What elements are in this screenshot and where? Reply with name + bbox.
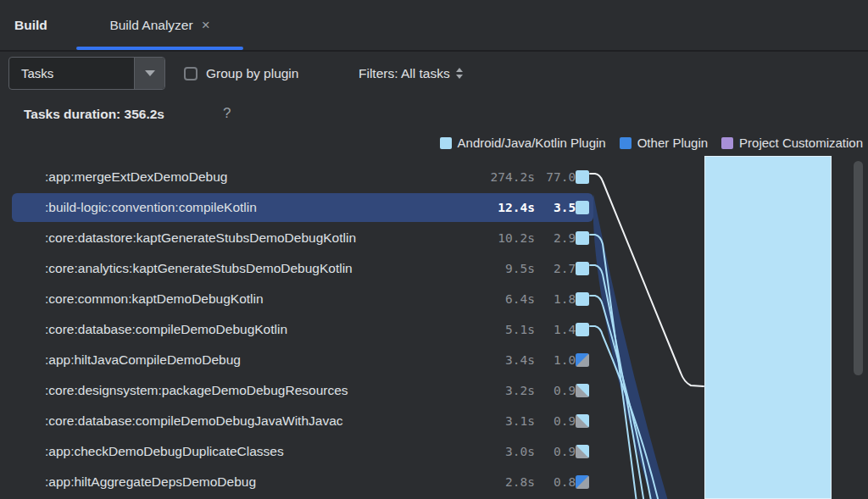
task-name: :app:hiltAggregateDepsDemoDebug (45, 467, 256, 497)
task-row[interactable]: :app:checkDemoDebugDuplicateClasses3.0s0… (0, 436, 868, 467)
task-percent: 1.4% (509, 314, 583, 345)
tabbar-separator (0, 50, 868, 52)
task-row[interactable]: :build-logic:convention:compileKotlin12.… (0, 192, 868, 223)
tab-build-analyzer[interactable]: Build Analyzer × (76, 0, 243, 50)
task-plugin-icon (576, 262, 589, 275)
task-percent: 0.9% (509, 406, 583, 436)
task-row[interactable]: :core:database:compileDemoDebugKotlin5.1… (0, 314, 868, 345)
task-name: :app:checkDemoDebugDuplicateClasses (45, 436, 284, 467)
legend-item: Android/Java/Kotlin Plugin (440, 136, 606, 150)
task-row[interactable]: :core:analytics:kaptGenerateStubsDemoDeb… (0, 253, 868, 284)
task-name: :core:database:compileDemoDebugJavaWithJ… (45, 406, 343, 436)
filters-label: Filters: All tasks (359, 66, 450, 81)
task-percent: 3.5% (509, 192, 583, 223)
task-name: :build-logic:convention:compileKotlin (45, 192, 257, 223)
vertical-scrollbar-thumb[interactable] (854, 161, 863, 375)
view-selector-dropdown[interactable]: Tasks (8, 57, 165, 90)
task-plugin-icon (576, 353, 589, 367)
task-percent: 2.9% (509, 223, 583, 253)
task-plugin-icon (576, 475, 589, 489)
task-plugin-icon (576, 414, 589, 428)
legend-swatch-icon (620, 137, 632, 149)
legend-swatch-icon (721, 137, 733, 149)
legend-label: Project Customization (739, 136, 863, 150)
task-percent: 2.7% (509, 253, 583, 284)
legend-item: Other Plugin (620, 136, 708, 150)
task-row[interactable]: :core:common:kaptDemoDebugKotlin6.4s1.8% (0, 284, 868, 314)
legend-swatch-icon (440, 137, 452, 149)
task-row[interactable]: :core:database:compileDemoDebugJavaWithJ… (0, 406, 868, 436)
legend-item: Project Customization (721, 136, 863, 150)
tab-build-analyzer-label: Build Analyzer (109, 18, 192, 33)
dropdown-arrow-zone[interactable] (134, 58, 164, 89)
task-name: :app:mergeExtDexDemoDebug (45, 162, 227, 192)
filters-control[interactable]: Filters: All tasks (359, 57, 463, 90)
task-row[interactable]: :app:hiltJavaCompileDemoDebug3.4s1.0% (0, 345, 868, 375)
task-name: :core:designsystem:packageDemoDebugResou… (45, 375, 348, 406)
task-row[interactable]: :core:designsystem:packageDemoDebugResou… (0, 375, 868, 406)
task-percent: 77.0% (509, 162, 583, 192)
task-row[interactable]: :app:hiltAggregateDepsDemoDebug2.8s0.8% (0, 467, 868, 497)
help-icon[interactable]: ? (223, 105, 231, 122)
task-plugin-icon (576, 231, 589, 245)
tasks-duration-title: Tasks duration: 356.2s (24, 107, 164, 122)
task-plugin-icon (576, 384, 589, 397)
chevron-down-icon (145, 70, 155, 76)
legend-label: Other Plugin (637, 136, 708, 150)
task-name: :core:common:kaptDemoDebugKotlin (45, 284, 264, 314)
task-percent: 0.9% (509, 375, 583, 406)
task-plugin-icon (576, 323, 589, 336)
task-list: :app:mergeExtDexDemoDebug274.2s77.0%:bui… (0, 162, 868, 497)
tab-bar: Build Build Analyzer × (0, 0, 868, 50)
task-plugin-icon (576, 445, 589, 458)
task-row[interactable]: :core:datastore:kaptGenerateStubsDemoDeb… (0, 223, 868, 253)
sort-updown-icon (456, 68, 463, 79)
task-percent: 0.9% (509, 436, 583, 467)
build-analyzer-window: Build Build Analyzer × Tasks Group by pl… (0, 0, 868, 499)
task-plugin-icon (576, 201, 589, 214)
task-row[interactable]: :app:mergeExtDexDemoDebug274.2s77.0% (0, 162, 868, 192)
legend-label: Android/Java/Kotlin Plugin (458, 136, 606, 150)
task-plugin-icon (576, 292, 589, 306)
tool-window-title-build[interactable]: Build (14, 0, 47, 50)
task-percent: 1.8% (509, 284, 583, 314)
group-by-plugin-label[interactable]: Group by plugin (206, 57, 298, 90)
group-by-plugin-checkbox[interactable] (184, 67, 198, 80)
task-name: :app:hiltJavaCompileDemoDebug (45, 345, 241, 375)
close-icon[interactable]: × (202, 18, 210, 32)
task-plugin-icon (576, 170, 589, 184)
plugin-legend: Android/Java/Kotlin PluginOther PluginPr… (440, 136, 863, 150)
task-name: :core:datastore:kaptGenerateStubsDemoDeb… (45, 223, 356, 253)
task-name: :core:database:compileDemoDebugKotlin (45, 314, 287, 345)
task-name: :core:analytics:kaptGenerateStubsDemoDeb… (45, 253, 353, 284)
view-selector-value: Tasks (21, 58, 53, 89)
task-percent: 1.0% (509, 345, 583, 375)
task-percent: 0.8% (509, 467, 583, 497)
